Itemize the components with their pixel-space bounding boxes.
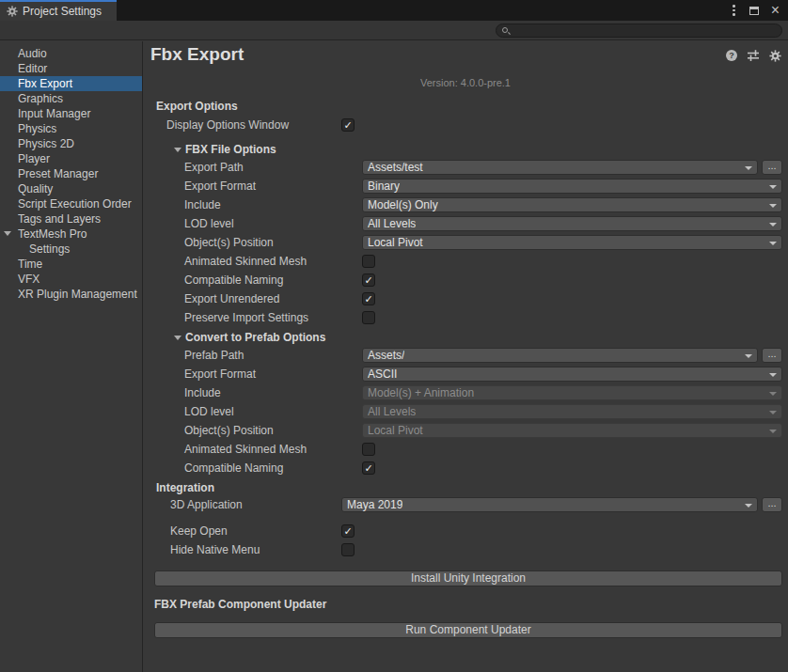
animated-skinned-mesh-checkbox[interactable]: [362, 255, 375, 268]
field-label: Preserve Import Settings: [143, 308, 308, 327]
sidebar-item-textmesh-pro[interactable]: TextMesh Pro: [0, 227, 142, 242]
foldout-triangle-icon[interactable]: [4, 231, 11, 236]
field-label: LOD level: [143, 214, 234, 233]
sidebar-item-label: Time: [18, 258, 42, 271]
sidebar-item-vfx[interactable]: VFX: [0, 272, 142, 287]
field-label: Prefab Path: [143, 346, 244, 365]
toolbar: [0, 21, 788, 40]
sidebar-item-label: Editor: [18, 62, 47, 75]
field-label: Include: [143, 383, 221, 402]
sidebar-item-fbx-export[interactable]: Fbx Export: [0, 76, 142, 91]
animated-skinned-mesh-checkbox[interactable]: [362, 443, 375, 456]
page-title: Fbx Export: [150, 44, 788, 65]
chevron-down-icon: [745, 504, 752, 508]
sidebar-item-settings[interactable]: Settings: [0, 242, 142, 257]
gear-icon[interactable]: [769, 50, 781, 62]
export-path-browse-button[interactable]: ...: [762, 160, 782, 175]
object-s-position-dropdown[interactable]: Local Pivot: [362, 235, 782, 250]
field-label: LOD level: [143, 402, 234, 421]
display-options-window-checkbox[interactable]: ✓: [341, 118, 355, 132]
kebab-menu-icon[interactable]: [731, 3, 737, 18]
sidebar-item-physics[interactable]: Physics: [0, 121, 142, 136]
sidebar-item-time[interactable]: Time: [0, 257, 142, 272]
sidebar-item-quality[interactable]: Quality: [0, 181, 142, 196]
form-row-prefab-path: Prefab PathAssets/...: [143, 346, 788, 365]
foldout-fbx-file-options[interactable]: FBX File Options: [143, 141, 788, 158]
foldout-label: FBX File Options: [185, 143, 276, 156]
foldout-triangle-icon: [174, 148, 181, 152]
sidebar-item-audio[interactable]: Audio: [0, 46, 142, 61]
include-dropdown[interactable]: Model(s) Only: [362, 197, 782, 212]
form-row-animated-skinned-mesh: Animated Skinned Mesh: [143, 440, 788, 459]
field-label: Compatible Naming: [143, 271, 283, 289]
field-label: Export Unrendered: [143, 289, 279, 308]
dropdown-value: Assets/test: [368, 161, 423, 174]
sidebar-item-script-execution-order[interactable]: Script Execution Order: [0, 196, 142, 211]
form-row-display-options-window: Display Options Window✓: [143, 116, 788, 134]
hide-native-menu-checkbox[interactable]: [341, 543, 355, 556]
sidebar-item-preset-manager[interactable]: Preset Manager: [0, 166, 142, 181]
compatible-naming-checkbox[interactable]: ✓: [362, 273, 375, 287]
export-format-dropdown[interactable]: ASCII: [362, 367, 782, 382]
dropdown-value: All Levels: [368, 217, 416, 230]
sidebar-item-label: Quality: [18, 182, 53, 195]
tab-project-settings[interactable]: Project Settings: [0, 0, 117, 21]
sidebar-item-xr-plugin-management[interactable]: XR Plugin Management: [0, 287, 142, 302]
foldout-convert-to-prefab-options[interactable]: Convert to Prefab Options: [143, 329, 788, 346]
search-input[interactable]: [513, 24, 776, 37]
sidebar-item-label: TextMesh Pro: [18, 227, 87, 241]
gear-icon: [7, 6, 18, 17]
form-row-preserve-import-settings: Preserve Import Settings: [143, 308, 788, 327]
form-row-export-path: Export PathAssets/test...: [143, 158, 788, 177]
close-icon[interactable]: ×: [771, 3, 780, 18]
field-label: Animated Skinned Mesh: [143, 252, 307, 271]
chevron-down-icon: [769, 242, 777, 245]
maximize-icon[interactable]: [749, 7, 759, 15]
field-label: Object(s) Position: [143, 233, 274, 252]
active-tab-indicator: [0, 0, 117, 2]
foldout-label: Convert to Prefab Options: [185, 331, 325, 344]
field-label: Keep Open: [143, 522, 228, 540]
sidebar-item-player[interactable]: Player: [0, 151, 142, 166]
field-label: Compatible Naming: [143, 459, 283, 477]
settings-category-list: AudioEditorFbx ExportGraphicsInput Manag…: [0, 41, 143, 672]
dropdown-value: Assets/: [368, 349, 404, 362]
form-row-include: IncludeModel(s) + Animation: [143, 383, 788, 402]
3d-application-browse-button[interactable]: ...: [762, 497, 782, 512]
sidebar-item-label: Preset Manager: [18, 167, 98, 180]
3d-application-dropdown[interactable]: Maya 2019: [341, 497, 758, 512]
keep-open-checkbox[interactable]: ✓: [341, 524, 355, 538]
help-icon[interactable]: ?: [726, 50, 737, 61]
sidebar-item-input-manager[interactable]: Input Manager: [0, 106, 142, 121]
sidebar-item-editor[interactable]: Editor: [0, 61, 142, 76]
export-unrendered-checkbox[interactable]: ✓: [362, 292, 375, 305]
prefab-path-browse-button[interactable]: ...: [762, 348, 782, 363]
sidebar-item-label: Input Manager: [18, 107, 90, 120]
compatible-naming-checkbox[interactable]: ✓: [362, 461, 375, 475]
search-box: [496, 23, 782, 38]
form-row-keep-open: Keep Open✓: [143, 522, 788, 540]
tab-label: Project Settings: [23, 5, 102, 18]
foldout-triangle-icon: [174, 336, 181, 340]
form-row-include: IncludeModel(s) Only: [143, 195, 788, 214]
install-unity-integration-button[interactable]: Install Unity Integration: [154, 570, 782, 586]
export-format-dropdown[interactable]: Binary: [362, 179, 782, 194]
include-dropdown: Model(s) + Animation: [362, 385, 782, 400]
dropdown-value: Model(s) Only: [368, 198, 438, 211]
sidebar-item-graphics[interactable]: Graphics: [0, 91, 142, 106]
run-component-updater-button[interactable]: Run Component Updater: [154, 622, 782, 638]
tab-strip: Project Settings ×: [0, 0, 788, 21]
sidebar-item-tags-and-layers[interactable]: Tags and Layers: [0, 211, 142, 227]
dropdown-value: ASCII: [368, 367, 397, 381]
export-path-dropdown[interactable]: Assets/test: [362, 160, 758, 175]
prefab-path-dropdown[interactable]: Assets/: [362, 348, 758, 363]
row-gap: [143, 514, 788, 522]
preserve-import-settings-checkbox[interactable]: [362, 311, 375, 324]
preset-icon[interactable]: [747, 49, 760, 62]
sidebar-item-label: Script Execution Order: [18, 197, 132, 211]
sidebar-item-physics-2d[interactable]: Physics 2D: [0, 136, 142, 151]
lod-level-dropdown[interactable]: All Levels: [362, 216, 782, 231]
dropdown-value: Local Pivot: [368, 236, 423, 249]
form-row-compatible-naming: Compatible Naming✓: [143, 271, 788, 289]
sidebar-item-label: Settings: [29, 242, 70, 256]
